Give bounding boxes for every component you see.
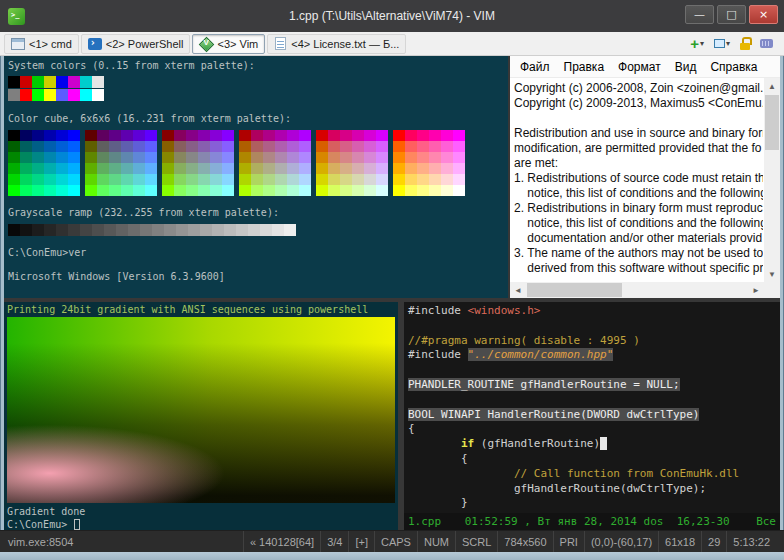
color-swatch (222, 152, 234, 163)
title-bar[interactable]: 1.cpp (T:\Utils\Alternative\ViM74) - VIM… (0, 0, 784, 32)
license-line: Copyright (c) 2006-2008, Zoin <zoinen@gm… (514, 81, 763, 96)
cube-row (239, 185, 311, 196)
color-swatch (97, 174, 109, 185)
menu-item[interactable]: Файл (513, 60, 557, 74)
color-swatch (453, 141, 465, 152)
scroll-up-icon[interactable]: ▲ (764, 78, 780, 94)
color-swatch (340, 152, 352, 163)
code-token (408, 437, 461, 450)
tab-powershell[interactable]: <2> PowerShell (81, 34, 191, 54)
terminal-pane[interactable]: System colors (0..15 from xterm palette)… (4, 56, 508, 298)
color-swatch (44, 185, 56, 196)
menu-item[interactable]: Правка (557, 60, 612, 74)
gray-swatch (56, 224, 68, 236)
grayscale-ramp (8, 224, 504, 236)
scroll-left-icon[interactable]: ◄ (510, 282, 526, 298)
keyboard-button[interactable] (757, 35, 776, 53)
horizontal-scroll-thumb[interactable] (527, 283, 622, 297)
color-swatch (364, 174, 376, 185)
powershell-pane[interactable]: Printing 24bit gradient with ANSI sequen… (4, 302, 398, 530)
color-swatch (222, 130, 234, 141)
lock-icon (740, 37, 750, 50)
cursor (74, 519, 80, 530)
color-swatch (8, 163, 20, 174)
console-switch-button[interactable]: ▾ (711, 35, 733, 53)
cube-row (8, 130, 80, 141)
color-swatch (8, 185, 20, 196)
tab-cmd[interactable]: <1> cmd (4, 34, 79, 54)
color-swatch (174, 174, 186, 185)
gray-swatch (44, 224, 56, 236)
color-swatch (44, 141, 56, 152)
color-swatch (97, 185, 109, 196)
menu-item[interactable]: Вид (668, 60, 704, 74)
vim-pane[interactable]: #include <windows.h>//#pragma warning( d… (404, 302, 780, 530)
color-swatch (239, 152, 251, 163)
color-swatch (275, 130, 287, 141)
code-line (408, 363, 778, 378)
notepad-pane[interactable]: ФайлПравкаФорматВидСправка Copyright (c)… (510, 56, 780, 298)
swatch-row (8, 89, 504, 102)
gray-swatch (272, 224, 284, 236)
color-swatch (145, 174, 157, 185)
tab-license[interactable]: <4> License.txt — Б... (267, 34, 406, 54)
color-swatch (20, 174, 32, 185)
color-swatch (133, 163, 145, 174)
notepad-horizontal-scrollbar[interactable]: ◄ ► (510, 282, 764, 298)
status-segment: « 140128[64] (243, 531, 320, 552)
color-swatch (352, 174, 364, 185)
menu-item[interactable]: Справка (703, 60, 764, 74)
color-swatch (340, 163, 352, 174)
vertical-scroll-thumb[interactable] (765, 95, 779, 150)
color-swatch (121, 174, 133, 185)
cube-block (162, 130, 234, 196)
close-button[interactable]: × (749, 5, 778, 24)
minimize-button[interactable]: — (685, 5, 714, 24)
cube-row (162, 185, 234, 196)
color-swatch (109, 163, 121, 174)
color-swatch (405, 163, 417, 174)
color-swatch (68, 76, 80, 88)
color-swatch (328, 141, 340, 152)
color-swatch (145, 152, 157, 163)
notepad-vertical-scrollbar[interactable]: ▲ ▼ (764, 78, 780, 282)
cube-row (316, 152, 388, 163)
color-swatch (316, 152, 328, 163)
scroll-right-icon[interactable]: ► (748, 282, 764, 298)
code-line: #include <windows.h> (408, 304, 778, 319)
color-swatch (453, 130, 465, 141)
code-line: { (408, 422, 778, 437)
color-cube (8, 130, 504, 196)
color-swatch (299, 174, 311, 185)
color-swatch (429, 163, 441, 174)
vim-filename: 1.cpp (408, 515, 441, 528)
color-swatch (453, 174, 465, 185)
color-swatch (453, 185, 465, 196)
color-swatch (441, 163, 453, 174)
scroll-down-icon[interactable]: ▼ (764, 266, 780, 282)
color-swatch (162, 174, 174, 185)
lock-button[interactable] (737, 35, 753, 53)
color-swatch (263, 163, 275, 174)
terminal-output: Microsoft Windows [Version 6.3.9600] (8, 270, 504, 284)
gray-swatch (284, 224, 296, 236)
tab-list: <1> cmd<2> PowerShell<3> Vim<4> License.… (3, 32, 407, 55)
color-swatch (68, 174, 80, 185)
notepad-text[interactable]: Copyright (c) 2006-2008, Zoin <zoinen@gm… (514, 81, 763, 281)
cube-block (85, 130, 157, 196)
app-icon (8, 8, 25, 25)
license-line: 1. Redistributions of source code must r… (514, 171, 763, 186)
menu-item[interactable]: Формат (611, 60, 668, 74)
color-swatch (210, 152, 222, 163)
color-swatch (429, 174, 441, 185)
new-console-button[interactable]: + ▾ (687, 35, 707, 53)
code-line: BOOL WINAPI HandlerRoutine(DWORD dwCtrlT… (408, 408, 778, 423)
terminal-line: System colors (0..15 from xterm palette)… (8, 59, 504, 73)
status-segment: 29 (701, 531, 726, 552)
cube-row (85, 174, 157, 185)
swatch-row (8, 76, 504, 89)
maximize-button[interactable]: □ (717, 5, 746, 24)
tab-vim[interactable]: <3> Vim (192, 34, 265, 54)
color-swatch (133, 130, 145, 141)
color-swatch (405, 141, 417, 152)
